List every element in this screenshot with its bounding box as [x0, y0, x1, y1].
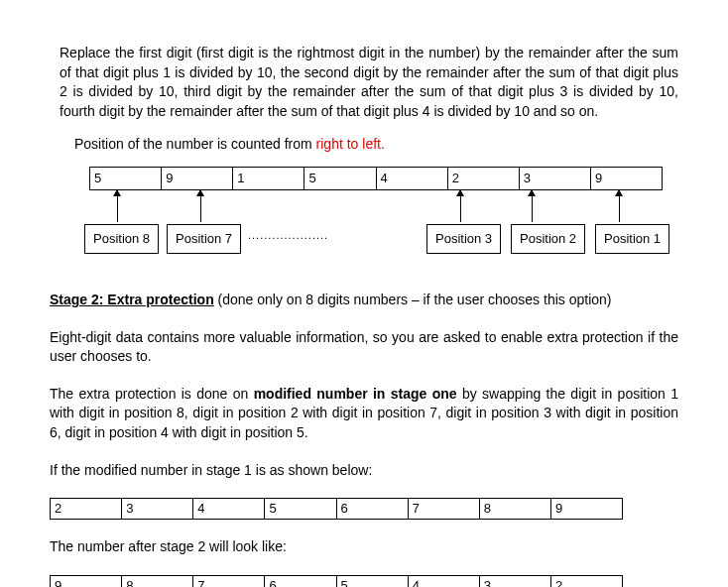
position-direction-prefix: Position of the number is counted from — [74, 136, 316, 152]
position-direction-line: Position of the number is counted from r… — [74, 135, 678, 155]
arrow-icon — [460, 190, 461, 222]
cell: 3 — [480, 576, 551, 587]
cell: 5 — [265, 499, 336, 519]
cell: 3 — [122, 499, 193, 519]
stage2-heading-line: Stage 2: Extra protection (done only on … — [50, 291, 678, 310]
stage2-heading: Stage 2: Extra protection — [50, 292, 214, 307]
digit-cell: 9 — [162, 168, 233, 189]
cell: 5 — [337, 576, 409, 587]
cell: 7 — [193, 576, 265, 587]
cell: 6 — [265, 576, 336, 587]
digit-cell: 5 — [304, 168, 376, 189]
stage2-suffix: (done only on 8 digits numbers – if the … — [214, 292, 612, 307]
modified-number-row: 2 3 4 5 6 7 8 9 — [50, 498, 623, 520]
cell: 9 — [51, 576, 122, 587]
cell: 6 — [337, 499, 409, 519]
cell: 9 — [551, 499, 622, 519]
cell: 2 — [551, 576, 622, 587]
digit-cell: 9 — [591, 168, 662, 189]
position2-box: Position 2 — [511, 224, 585, 254]
stage2-desc2: The extra protection is done on modified… — [50, 385, 678, 443]
cell: 4 — [409, 576, 480, 587]
position7-box: Position 7 — [167, 224, 241, 254]
digit-cell: 5 — [90, 168, 162, 189]
result-number-row: 9 8 7 6 5 4 3 2 — [50, 575, 623, 587]
position8-box: Position 8 — [84, 224, 159, 254]
digit-cell: 4 — [377, 168, 448, 189]
desc2-bold: modified number in stage one — [254, 386, 457, 402]
intro-paragraph: Replace the first digit (first digit is … — [60, 44, 678, 121]
digit-row: 5 9 1 5 4 2 3 9 — [89, 167, 663, 190]
cell: 4 — [193, 499, 265, 519]
ellipsis-dots: .................... — [248, 228, 328, 243]
position1-box: Position 1 — [595, 224, 669, 254]
arrow-icon — [200, 190, 201, 222]
cell: 8 — [122, 576, 193, 587]
position3-box: Position 3 — [426, 224, 501, 254]
right-to-left-text: right to left. — [316, 136, 385, 152]
cell: 8 — [480, 499, 551, 519]
desc2-prefix: The extra protection is done on — [50, 386, 254, 402]
stage2-desc4: The number after stage 2 will look like: — [50, 537, 678, 557]
digit-cell: 3 — [520, 168, 591, 189]
cell: 2 — [51, 499, 122, 519]
diagram-stage1: 5 9 1 5 4 2 3 9 Position 8 Position 7 ..… — [89, 167, 665, 266]
stage2-desc1: Eight-digit data contains more valuable … — [50, 328, 678, 367]
digit-cell: 1 — [233, 168, 304, 189]
arrow-icon — [117, 190, 118, 222]
arrow-icon — [532, 190, 533, 222]
cell: 7 — [409, 499, 480, 519]
arrow-icon — [619, 190, 620, 222]
stage2-desc3: If the modified number in stage 1 is as … — [50, 461, 678, 481]
digit-cell: 2 — [448, 168, 520, 189]
